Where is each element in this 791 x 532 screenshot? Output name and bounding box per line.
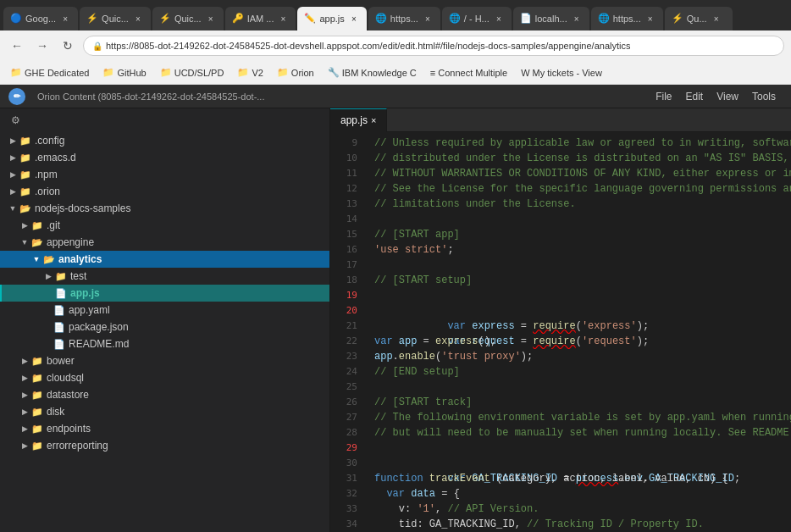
code-line-29: ● var GA_TRACKING_ID = process.env.GA_TR… [374,441,783,456]
sidebar-toolbar: ⚙ [0,108,329,132]
tree-item-nodejs[interactable]: ▼ 📂 nodejs-docs-samples [0,200,329,217]
ln-34: 34 [330,517,357,532]
tab-10-close[interactable]: × [711,13,722,25]
tree-item-errorreporting[interactable]: ▶ 📁 errorreporting [0,437,329,454]
bookmark-tickets-icon: W [521,68,529,78]
tree-item-config[interactable]: ▶ 📁 .config [0,132,329,149]
tab-7-close[interactable]: × [493,13,505,25]
code-line-26: // [START track] [374,395,783,410]
tab-5-active[interactable]: ✏️ app.js × [297,7,366,30]
sidebar: ⚙ ▶ 📁 .config ▶ 📁 .emacs.d [0,108,330,532]
arrow-cloudsql: ▶ [19,372,30,384]
code-editor: app.js × 9 10 11 12 13 14 15 16 17 18 19 [330,108,791,532]
tab-9[interactable]: 🌐 https... × [591,7,663,30]
tab-8-close[interactable]: × [571,13,583,25]
tree-item-npm[interactable]: ▶ 📁 .npm [0,166,329,183]
menu-tools[interactable]: Tools [745,87,783,106]
tree-item-bower[interactable]: ▶ 📁 bower [0,352,329,369]
tree-label-appyaml: app.yaml [69,304,110,316]
tab-6[interactable]: 🌐 https... × [368,7,440,30]
tab-2-close[interactable]: × [132,13,144,25]
arrow-appyaml-placeholder [41,304,53,316]
bookmark-ibm-label: IBM Knowledge C [342,68,417,78]
bookmark-ibm-icon: 🔧 [328,67,340,78]
editor-tab-appjs[interactable]: app.js × [330,108,387,132]
bookmark-orion[interactable]: 📁 Orion [274,65,318,80]
ln-10: 10 [330,151,357,166]
editor-tab-label: app.js [340,114,368,126]
tree-item-disk[interactable]: ▶ 📁 disk [0,403,329,420]
tree-label-bower: bower [47,355,75,367]
forward-button[interactable]: → [32,36,53,56]
folder-disk-icon: 📁 [30,405,44,418]
tree-item-git[interactable]: ▶ 📁 .git [0,217,329,234]
tree-item-emacs[interactable]: ▶ 📁 .emacs.d [0,149,329,166]
ln-15: 15 [330,227,357,242]
code-lines[interactable]: // Unless required by applicable law or … [366,132,791,532]
back-button[interactable]: ← [7,36,27,56]
code-line-9: // Unless required by applicable law or … [374,136,783,151]
tab-3-close[interactable]: × [205,13,217,25]
tree-item-orion[interactable]: ▶ 📁 .orion [0,183,329,200]
folder-bower-icon: 📁 [30,354,44,368]
ln-27: 27 [330,410,357,425]
tree-item-readme[interactable]: 📄 README.md [0,335,329,352]
code-line-19: ● var express = require('express'); [374,288,783,303]
tab-10[interactable]: ⚡ Qu... × [665,7,733,30]
tab-1-label: Goog... [25,14,56,24]
tab-7[interactable]: 🌐 / - H... × [442,7,512,30]
ln-9: 9 [330,136,357,151]
reload-button[interactable]: ↻ [58,36,78,56]
bookmark-connect-label: Connect Multiple [438,68,507,78]
tree-item-appjs[interactable]: 📄 app.js [0,285,329,302]
tree-item-analytics[interactable]: ▼ 📂 analytics [0,251,329,268]
tab-4[interactable]: 🔑 IAM ... × [225,7,296,30]
address-bar[interactable]: 🔒 https://8085-dot-2149262-dot-24584525-… [83,36,784,56]
tab-10-icon: ⚡ [672,13,683,25]
editor-tab-bar: app.js × [330,108,791,132]
tab-4-close[interactable]: × [277,13,289,25]
tab-2[interactable]: ⚡ Quic... × [80,7,151,30]
bookmark-v2[interactable]: 📁 V2 [234,65,266,80]
tab-10-label: Qu... [687,14,707,24]
tab-5-label: app.js [319,14,344,24]
tab-8[interactable]: 📄 localh... × [513,7,589,30]
tab-9-close[interactable]: × [644,13,656,25]
menu-view[interactable]: View [710,87,745,106]
bookmark-ghe[interactable]: 📁 GHE Dedicated [7,65,92,80]
code-line-21 [374,319,783,334]
bookmark-github[interactable]: 📁 GitHub [99,65,149,80]
editor-tab-close[interactable]: × [371,115,376,125]
tab-5-close[interactable]: × [348,13,360,25]
tab-1-close[interactable]: × [59,13,71,25]
bookmark-tickets[interactable]: W My tickets - View [517,66,606,80]
sidebar-gear-icon[interactable]: ⚙ [7,112,24,129]
tab-6-close[interactable]: × [422,13,434,25]
tree-item-appyaml[interactable]: 📄 app.yaml [0,302,329,319]
menu-edit[interactable]: Edit [679,87,711,106]
tree-label-datastore: datastore [47,389,89,401]
tree-item-endpoints[interactable]: ▶ 📁 endpoints [0,420,329,437]
tree-item-appengine[interactable]: ▼ 📂 appengine [0,234,329,251]
code-scroll-area[interactable]: 9 10 11 12 13 14 15 16 17 18 19 20 21 22… [330,132,791,532]
tree-item-test[interactable]: ▶ 📁 test [0,268,329,285]
code-line-12: // See the License for the specific lang… [374,181,783,197]
bookmark-ucd-icon: 📁 [160,67,172,78]
bookmark-v2-icon: 📁 [237,67,249,78]
arrow-appengine: ▼ [19,236,30,248]
ln-11: 11 [330,166,357,181]
arrow-npm: ▶ [7,169,19,180]
bookmark-connect[interactable]: ≡ Connect Multiple [427,66,511,80]
tree-item-cloudsql[interactable]: ▶ 📁 cloudsql [0,369,329,386]
bookmark-ibm[interactable]: 🔧 IBM Knowledge C [324,65,420,80]
tab-3[interactable]: ⚡ Quic... × [152,7,224,30]
code-line-15: // [START app] [374,227,783,242]
menu-file[interactable]: File [649,87,678,106]
tree-label-test: test [70,270,86,282]
folder-emacs-icon: 📁 [19,151,32,164]
tab-1[interactable]: 🔵 Goog... × [3,7,78,30]
arrow-appjs-placeholder [42,287,54,299]
bookmark-ucd[interactable]: 📁 UCD/SL/PD [157,65,228,80]
tree-item-packagejson[interactable]: 📄 package.json [0,319,329,335]
tree-item-datastore[interactable]: ▶ 📁 datastore [0,386,329,403]
